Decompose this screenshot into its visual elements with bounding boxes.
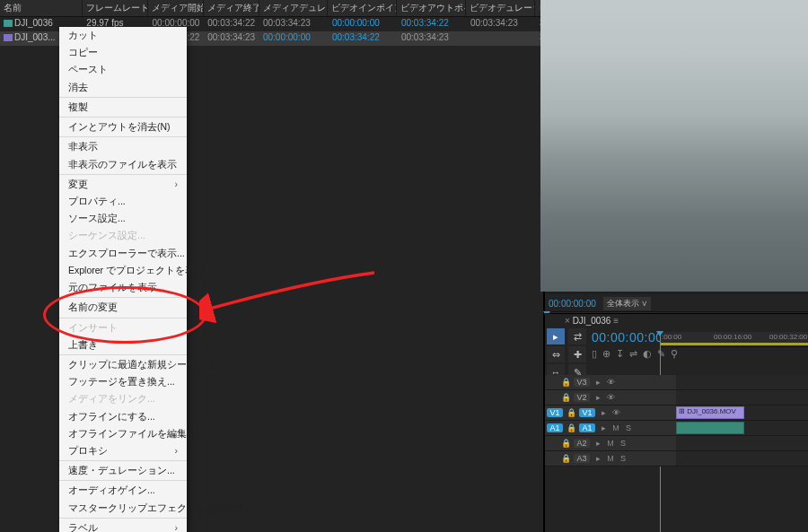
track-v2[interactable]: 🔒V2▸👁 bbox=[545, 390, 808, 406]
project-columns-header: 名前 フレームレート メディア開始 メディア終了 メディアデュレーシ: ビデオイ… bbox=[0, 0, 543, 17]
toggle-output-icon[interactable]: ▸ bbox=[599, 408, 608, 417]
context-menu-item[interactable]: オフラインにする... bbox=[59, 408, 187, 425]
context-menu[interactable]: カットコピーペースト消去複製インとアウトを消去(N)非表示非表示のファイルを表示… bbox=[59, 27, 187, 532]
ripple-tool-icon[interactable]: ⇔ bbox=[547, 346, 565, 362]
overwrite-icon[interactable]: ⇌ bbox=[629, 348, 637, 360]
link-icon[interactable]: ◐ bbox=[643, 348, 652, 360]
source-a1[interactable]: A1 bbox=[547, 423, 563, 432]
context-menu-item[interactable]: オフラインファイルを編集(O)... bbox=[59, 425, 187, 442]
audio-clip[interactable] bbox=[676, 422, 744, 434]
context-menu-item[interactable]: ラベル bbox=[59, 519, 187, 532]
lock-icon[interactable]: 🔒 bbox=[561, 439, 570, 448]
insert-icon[interactable]: ↧ bbox=[616, 348, 624, 360]
col-video-in[interactable]: ビデオインポイント bbox=[328, 0, 397, 16]
context-menu-item[interactable]: フッテージを置き換え... bbox=[59, 373, 187, 390]
program-monitor: 00:00:00:00 全体表示 ∨ bbox=[545, 0, 808, 313]
context-menu-item[interactable]: クリップに最適な新規シーケンス bbox=[59, 356, 187, 373]
snap-icon[interactable]: ▯ bbox=[592, 348, 597, 360]
col-name[interactable]: 名前 bbox=[0, 0, 83, 16]
razor-tool-icon[interactable]: ✚ bbox=[568, 346, 586, 362]
lock-icon[interactable]: 🔒 bbox=[566, 408, 575, 417]
toggle-output-icon[interactable]: ▸ bbox=[593, 454, 602, 463]
toggle-output-icon[interactable]: ▸ bbox=[593, 439, 602, 448]
context-menu-item[interactable]: コピー bbox=[59, 44, 187, 61]
context-menu-item[interactable]: シーケンス設定... bbox=[59, 227, 187, 244]
project-panel: 名前 フレームレート メディア開始 メディア終了 メディアデュレーシ: ビデオイ… bbox=[0, 0, 544, 532]
lock-icon[interactable]: 🔒 bbox=[561, 454, 570, 463]
track-a1[interactable]: A1🔒A1▸MS bbox=[545, 421, 808, 436]
timeline-tab[interactable]: DJI_0036 bbox=[565, 316, 619, 326]
timeline-ruler[interactable]: :00:00 00:00:16:00 00:00:32:00 00:0 bbox=[660, 332, 808, 347]
sequence-icon bbox=[4, 20, 13, 27]
mute-icon[interactable]: M bbox=[606, 454, 615, 463]
context-menu-item[interactable]: メディアをリンク... bbox=[59, 390, 187, 407]
premiere-mock: 名前 フレームレート メディア開始 メディア終了 メディアデュレーシ: ビデオイ… bbox=[0, 0, 808, 532]
right-side: 00:00:00:00 全体表示 ∨ DJI_0036 ▸ ⇄ ⇔ ✚ ↔ ✎ … bbox=[544, 0, 808, 532]
track-select-tool-icon[interactable]: ⇄ bbox=[568, 328, 586, 344]
program-transport: 00:00:00:00 全体表示 ∨ bbox=[545, 294, 808, 312]
context-menu-item[interactable]: ペースト bbox=[59, 61, 187, 78]
context-menu-item[interactable]: 非表示のファイルを表示 bbox=[59, 156, 187, 173]
selection-tool-icon[interactable]: ▸ bbox=[547, 328, 565, 344]
solo-icon[interactable]: S bbox=[619, 454, 628, 463]
wrench-icon[interactable]: ⚲ bbox=[671, 348, 678, 360]
timeline-option-icons: ▯ ⊕ ↧ ⇌ ◐ ✎ ⚲ bbox=[592, 348, 678, 360]
program-viewport[interactable] bbox=[540, 0, 808, 292]
context-menu-item[interactable]: カット bbox=[59, 27, 187, 44]
timeline-tracks: 🔒V3▸👁 🔒V2▸👁 V1🔒V1▸👁 ⊞ DJI_0036.MOV A1🔒A1… bbox=[545, 375, 808, 532]
context-menu-item[interactable]: 名前の変更 bbox=[59, 299, 187, 316]
context-menu-item[interactable]: 速度・デュレーション... bbox=[59, 462, 187, 479]
lock-icon[interactable]: 🔒 bbox=[561, 378, 570, 387]
annotation-arrow bbox=[199, 268, 379, 331]
source-v1[interactable]: V1 bbox=[547, 408, 563, 417]
track-a3[interactable]: 🔒A3▸MS bbox=[545, 451, 808, 467]
timeline-timecode[interactable]: 00:00:00:00 bbox=[592, 330, 663, 344]
program-zoom-select[interactable]: 全体表示 ∨ bbox=[603, 297, 652, 310]
context-menu-item[interactable]: Explorer でプロジェクトを表示... bbox=[59, 262, 187, 279]
context-menu-item[interactable]: インサート bbox=[59, 319, 187, 336]
video-clip[interactable]: ⊞ DJI_0036.MOV bbox=[676, 406, 744, 419]
col-media-duration[interactable]: メディアデュレーシ: bbox=[259, 0, 329, 16]
track-v1[interactable]: V1🔒V1▸👁 ⊞ DJI_0036.MOV bbox=[545, 406, 808, 421]
track-v3[interactable]: 🔒V3▸👁 bbox=[545, 375, 808, 390]
context-menu-item[interactable]: 変更 bbox=[59, 176, 187, 193]
timeline-panel: DJI_0036 ▸ ⇄ ⇔ ✚ ↔ ✎ ✋ T 00:00:00:00 :00… bbox=[545, 313, 808, 532]
toggle-output-icon[interactable]: ▸ bbox=[593, 378, 602, 387]
lock-icon[interactable]: 🔒 bbox=[561, 393, 570, 402]
toggle-output-icon[interactable]: ▸ bbox=[599, 423, 608, 432]
track-a2[interactable]: 🔒A2▸MS bbox=[545, 436, 808, 451]
context-menu-item[interactable]: エクスプローラーで表示... bbox=[59, 245, 187, 262]
solo-icon[interactable]: S bbox=[619, 439, 628, 448]
col-media-end[interactable]: メディア終了 bbox=[204, 0, 259, 16]
clip-icon bbox=[4, 34, 13, 41]
context-menu-item[interactable]: 複製 bbox=[59, 99, 187, 116]
context-menu-item[interactable]: オーディオゲイン... bbox=[59, 482, 187, 499]
context-menu-item[interactable]: インとアウトを消去(N) bbox=[59, 118, 187, 135]
context-menu-item[interactable]: ソース設定... bbox=[59, 210, 187, 227]
eye-icon[interactable]: 👁 bbox=[611, 408, 620, 417]
col-video-out[interactable]: ビデオアウトポイン bbox=[397, 0, 466, 16]
context-menu-item[interactable]: プロキシ bbox=[59, 442, 187, 459]
add-marker-icon[interactable]: ⊕ bbox=[602, 348, 610, 360]
marker-pen-icon[interactable]: ✎ bbox=[657, 348, 665, 360]
lock-icon[interactable]: 🔒 bbox=[566, 423, 575, 432]
toggle-output-icon[interactable]: ▸ bbox=[593, 393, 602, 402]
col-media-start[interactable]: メディア開始 bbox=[148, 0, 204, 16]
film-icon: ⊞ bbox=[679, 407, 687, 415]
col-frame-rate[interactable]: フレームレート bbox=[83, 0, 148, 16]
solo-icon[interactable]: S bbox=[624, 423, 633, 432]
context-menu-item[interactable]: 消去 bbox=[59, 79, 187, 96]
in-out-range[interactable] bbox=[660, 343, 808, 345]
context-menu-item[interactable]: 元のファイルを表示... bbox=[59, 279, 187, 296]
program-timecode[interactable]: 00:00:00:00 bbox=[549, 299, 596, 309]
mute-icon[interactable]: M bbox=[606, 439, 615, 448]
eye-icon[interactable]: 👁 bbox=[606, 393, 615, 402]
context-menu-item[interactable]: プロパティ... bbox=[59, 193, 187, 210]
mute-icon[interactable]: M bbox=[611, 423, 620, 432]
col-video-duration[interactable]: ビデオデュレーショ bbox=[466, 0, 535, 16]
context-menu-item[interactable]: 上書き bbox=[59, 336, 187, 353]
context-menu-item[interactable]: マスタークリップエフェクトを無効にする bbox=[59, 500, 187, 517]
eye-icon[interactable]: 👁 bbox=[606, 378, 615, 387]
context-menu-item[interactable]: 非表示 bbox=[59, 138, 187, 155]
